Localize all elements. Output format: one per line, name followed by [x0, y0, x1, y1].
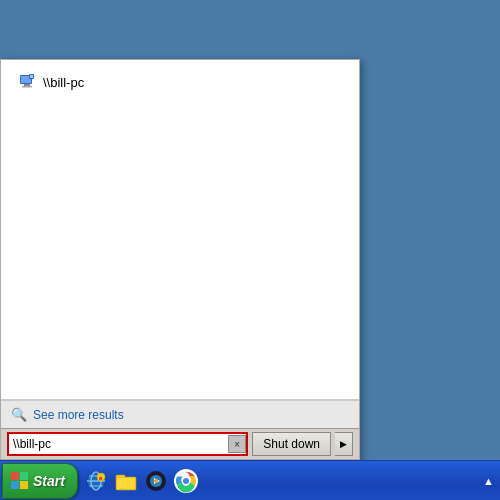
quick-launch: e	[78, 467, 477, 495]
shutdown-arrow-button[interactable]: ▶	[335, 432, 353, 456]
start-button-label: Start	[33, 473, 65, 489]
svg-rect-8	[11, 481, 19, 489]
folder-icon[interactable]	[112, 467, 140, 495]
taskbar: Start e	[0, 460, 500, 500]
svg-point-23	[154, 479, 158, 483]
see-more-results-row: 🔍 See more results	[1, 400, 359, 428]
media-player-icon[interactable]	[142, 467, 170, 495]
systray: ▲	[477, 475, 500, 487]
start-menu-content: \\bill-pc	[1, 60, 359, 400]
systray-time: ▲	[483, 475, 494, 487]
clear-button[interactable]: ×	[228, 435, 246, 453]
search-input[interactable]	[9, 434, 228, 454]
network-item-label: \\bill-pc	[43, 75, 84, 90]
svg-point-27	[183, 478, 189, 484]
start-menu-search-row: × Shut down ▶	[1, 428, 359, 459]
svg-rect-2	[24, 84, 30, 86]
search-input-box: ×	[7, 432, 248, 456]
see-more-results-link[interactable]: See more results	[33, 408, 124, 422]
start-button[interactable]: Start	[2, 463, 78, 499]
svg-rect-9	[20, 481, 28, 489]
shutdown-button[interactable]: Shut down	[252, 432, 331, 456]
desktop: \\bill-pc 🔍 See more results × Shut down…	[0, 0, 500, 500]
arrow-right-icon: ▶	[340, 439, 347, 449]
svg-rect-7	[20, 472, 28, 480]
svg-rect-3	[22, 86, 32, 88]
svg-rect-6	[11, 472, 19, 480]
start-menu: \\bill-pc 🔍 See more results × Shut down…	[0, 59, 360, 460]
chrome-icon[interactable]	[172, 467, 200, 495]
svg-rect-5	[30, 75, 33, 78]
network-icon	[19, 74, 35, 90]
network-item[interactable]: \\bill-pc	[13, 70, 347, 94]
svg-rect-19	[117, 478, 135, 489]
search-icon: 🔍	[11, 407, 27, 422]
windows-orb-icon	[11, 472, 29, 490]
ie-icon[interactable]: e	[82, 467, 110, 495]
